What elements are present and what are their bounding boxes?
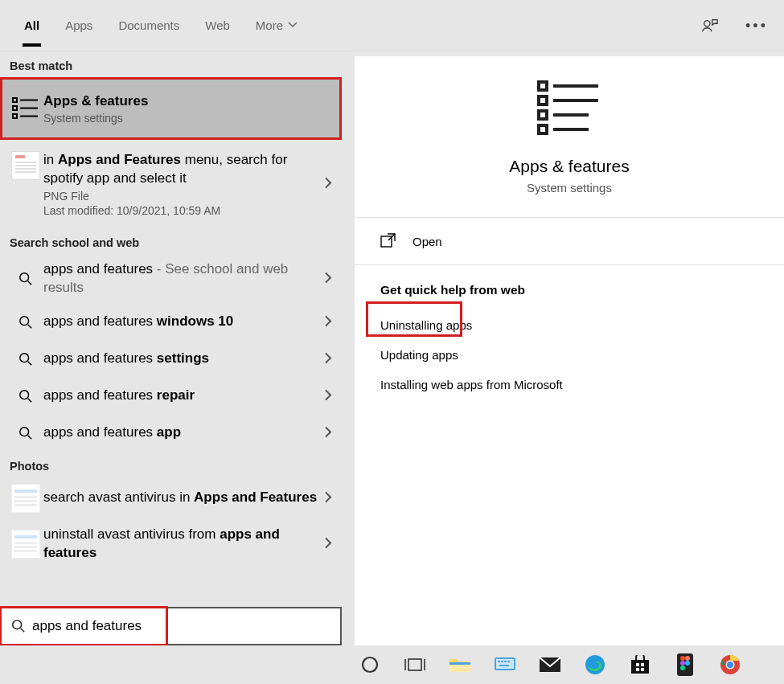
- apps-features-icon: [8, 96, 43, 121]
- svg-line-12: [28, 361, 32, 365]
- search-input-bar[interactable]: [0, 607, 342, 645]
- search-input[interactable]: [32, 618, 334, 634]
- tab-more[interactable]: More: [243, 0, 310, 51]
- svg-rect-33: [449, 662, 470, 665]
- chevron-right-icon: [324, 314, 332, 330]
- search-icon: [8, 272, 43, 286]
- cortana-icon[interactable]: [356, 651, 384, 678]
- open-label: Open: [413, 235, 442, 248]
- svg-line-14: [28, 398, 32, 402]
- suggestion-text: apps and features - See school and web r…: [43, 260, 319, 297]
- search-filter-tabs: All Apps Documents Web More •••: [0, 0, 784, 51]
- svg-point-9: [20, 317, 29, 326]
- tab-apps[interactable]: Apps: [52, 0, 105, 51]
- png-thumbnail-icon: [8, 151, 43, 180]
- quick-link-installing-web[interactable]: Installing web apps from Microsoft: [380, 370, 758, 399]
- section-best-match: Best match: [0, 51, 342, 77]
- svg-point-15: [20, 428, 29, 436]
- svg-rect-19: [539, 82, 547, 90]
- svg-line-8: [28, 281, 32, 285]
- svg-line-16: [28, 435, 32, 439]
- png-filetype: PNG File: [43, 190, 319, 203]
- tab-documents[interactable]: Documents: [105, 0, 192, 51]
- search-icon: [8, 352, 43, 367]
- suggestion-text: apps and features settings: [43, 350, 319, 368]
- chevron-right-icon: [324, 536, 332, 551]
- photo-title: search avast antivirus in Apps and Featu…: [43, 489, 319, 507]
- svg-rect-23: [539, 111, 547, 119]
- mail-icon[interactable]: [536, 651, 564, 678]
- svg-rect-38: [504, 661, 507, 662]
- open-action[interactable]: Open: [355, 218, 784, 264]
- taskbar: [0, 645, 784, 684]
- photo-title: uninstall avast antivirus from apps and …: [43, 526, 319, 563]
- onscreen-keyboard-icon[interactable]: [491, 651, 519, 678]
- chevron-right-icon: [324, 388, 332, 403]
- suggestion-5[interactable]: apps and features app: [0, 415, 342, 452]
- result-png-file[interactable]: in Apps and Features menu, search for sp…: [0, 140, 342, 228]
- chevron-right-icon: [324, 271, 332, 286]
- png-result-title: in Apps and Features menu, search for sp…: [43, 151, 319, 188]
- caret-down-icon: [288, 18, 298, 32]
- svg-rect-1: [13, 98, 17, 102]
- result-subtitle: System settings: [43, 112, 319, 125]
- quick-link-updating[interactable]: Updating apps: [380, 340, 758, 370]
- search-icon: [8, 389, 43, 403]
- chevron-right-icon: [324, 490, 332, 506]
- svg-rect-47: [641, 668, 644, 671]
- svg-point-49: [680, 656, 685, 661]
- svg-rect-29: [408, 659, 421, 670]
- chrome-browser-icon[interactable]: [716, 651, 744, 678]
- svg-point-52: [685, 661, 690, 666]
- tab-more-label: More: [256, 18, 283, 32]
- svg-line-18: [21, 629, 25, 633]
- photo-thumbnail-icon: [8, 484, 43, 513]
- svg-point-51: [680, 661, 685, 666]
- suggestion-4[interactable]: apps and features repair: [0, 378, 342, 415]
- svg-point-42: [585, 655, 605, 674]
- section-photos: Photos: [0, 452, 342, 477]
- photo-result-1[interactable]: search avast antivirus in Apps and Featu…: [0, 477, 342, 519]
- svg-point-0: [704, 21, 710, 27]
- svg-point-13: [20, 391, 29, 399]
- svg-rect-48: [677, 653, 693, 676]
- figma-icon[interactable]: [671, 651, 699, 678]
- svg-rect-40: [499, 665, 509, 666]
- file-explorer-icon[interactable]: [446, 651, 474, 678]
- suggestion-text: apps and features app: [43, 424, 319, 442]
- apps-features-large-icon: [537, 79, 601, 139]
- feedback-icon[interactable]: [697, 13, 723, 39]
- png-modified: Last modified: 10/9/2021, 10:59 AM: [43, 204, 319, 217]
- edge-browser-icon[interactable]: [581, 651, 609, 678]
- detail-title: Apps & features: [509, 157, 629, 176]
- svg-rect-36: [498, 661, 500, 662]
- open-icon: [380, 233, 396, 250]
- quick-link-uninstalling[interactable]: Uninstalling apps: [380, 310, 758, 340]
- svg-rect-46: [636, 668, 639, 671]
- svg-rect-43: [631, 660, 649, 674]
- search-icon: [11, 619, 26, 633]
- tab-web[interactable]: Web: [192, 0, 243, 51]
- suggestion-1[interactable]: apps and features - See school and web r…: [0, 254, 342, 304]
- photo-thumbnail-icon: [8, 530, 43, 559]
- svg-point-53: [680, 666, 685, 670]
- quick-help-heading: Get quick help from web: [380, 283, 758, 297]
- task-view-icon[interactable]: [401, 651, 429, 678]
- svg-rect-39: [507, 661, 510, 662]
- svg-point-7: [20, 273, 29, 282]
- tab-all[interactable]: All: [11, 0, 52, 51]
- photo-result-2[interactable]: uninstall avast antivirus from apps and …: [0, 519, 342, 569]
- result-title: Apps & features: [43, 92, 319, 111]
- result-apps-and-features[interactable]: Apps & features System settings: [0, 77, 342, 140]
- svg-rect-21: [539, 96, 547, 104]
- svg-rect-5: [13, 114, 17, 118]
- search-icon: [8, 426, 43, 440]
- svg-rect-3: [13, 106, 17, 110]
- microsoft-store-icon[interactable]: [626, 651, 654, 678]
- chevron-right-icon: [324, 425, 332, 440]
- chevron-right-icon: [324, 351, 332, 367]
- more-options-icon[interactable]: •••: [744, 13, 770, 39]
- suggestion-3[interactable]: apps and features settings: [0, 341, 342, 378]
- suggestion-2[interactable]: apps and features windows 10: [0, 304, 342, 341]
- svg-point-17: [13, 621, 22, 629]
